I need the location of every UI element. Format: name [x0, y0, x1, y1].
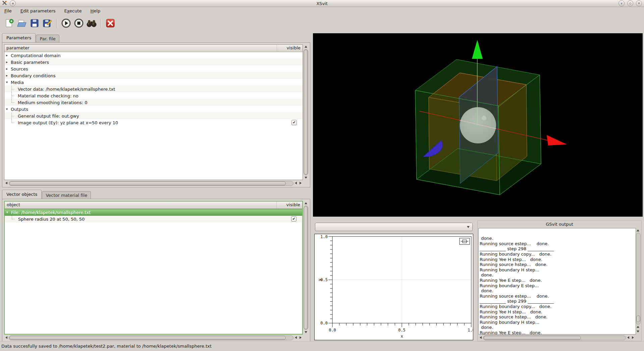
vertical-scrollbar[interactable]: [303, 201, 308, 335]
expander-icon[interactable]: ▸: [6, 52, 10, 59]
scrollbar-thumb[interactable]: [9, 336, 286, 340]
tab-vector-material-file[interactable]: Vector material file: [42, 191, 91, 199]
vertical-scrollbar[interactable]: [303, 44, 308, 180]
scrollbar-thumb[interactable]: [304, 206, 308, 329]
graph-zoom-button[interactable]: [460, 238, 470, 245]
tree-row-label: Sources: [11, 67, 28, 72]
tree-row[interactable]: Material mode checking: no: [4, 92, 303, 99]
tree-guide-line: [11, 99, 15, 106]
scrollbar-thumb[interactable]: [9, 181, 286, 185]
graph-canvas[interactable]: 1.0 0.5 0.0 0.0 0.5 1.0 y x: [314, 234, 473, 340]
arrow-up-icon: [637, 229, 639, 231]
tree-row-label: Medium smoothing iterations: 0: [18, 100, 88, 105]
tree-row[interactable]: ▾Outputs: [4, 106, 303, 113]
scroll-down-button[interactable]: [636, 329, 640, 334]
column-header-parameter[interactable]: parameter: [4, 45, 277, 52]
scroll-left-button-secondary[interactable]: [626, 335, 631, 340]
scroll-up-button[interactable]: [304, 201, 308, 206]
scroll-right-button[interactable]: [298, 335, 303, 340]
menu-file[interactable]: File: [1, 7, 15, 14]
window-title: XSvit: [0, 1, 644, 6]
tree-row[interactable]: ▸Basic parameters: [4, 59, 303, 65]
tab-vector-objects[interactable]: Vector objects: [2, 190, 42, 199]
minimize-button[interactable]: ∨: [619, 0, 625, 6]
tree-row[interactable]: ▾File: /home/klapetek/smallsphere.txt: [5, 209, 302, 216]
tree-guide-line: [12, 216, 15, 222]
scrollbar-thumb[interactable]: [636, 315, 640, 322]
new-file-button[interactable]: [3, 17, 15, 30]
column-header-object[interactable]: object: [5, 202, 276, 209]
scroll-left-button-secondary[interactable]: [293, 335, 298, 340]
quit-icon: [106, 19, 115, 28]
expander-icon[interactable]: ▸: [6, 72, 10, 79]
save-as-button[interactable]: [41, 17, 54, 30]
console-line: done.: [480, 288, 636, 294]
menu-help[interactable]: Help: [88, 7, 104, 14]
x-axis-title: x: [400, 334, 403, 339]
run-button[interactable]: [60, 17, 72, 30]
tree-row[interactable]: Vector data: /home/klapetek/smallsphere.…: [4, 86, 303, 92]
statusbar: Data succesfully saved to /home/klapetek…: [0, 341, 644, 351]
run-icon: [61, 18, 71, 28]
maximize-icon: ◇: [629, 2, 632, 5]
tree-row[interactable]: ▸Sources: [4, 65, 303, 72]
tab-parameters[interactable]: Parameters: [2, 33, 36, 42]
tree-row[interactable]: ▸Computational domain: [4, 52, 303, 59]
console-horizontal-scrollbar[interactable]: [478, 335, 635, 340]
tree-row[interactable]: Sphere radius 20 at 50, 50, 50✔: [5, 216, 302, 222]
save-file-button[interactable]: [28, 17, 41, 30]
gl-3d-view[interactable]: [313, 33, 643, 217]
console-line: Running source hstep... done.: [480, 314, 636, 320]
scroll-down-button[interactable]: [304, 330, 308, 335]
tree-row[interactable]: Image output (Ey): yz plane at x=50 ever…: [4, 119, 303, 126]
expander-icon[interactable]: ▸: [6, 59, 10, 65]
graph-border: [315, 234, 473, 340]
visible-checkbox[interactable]: ✔: [291, 216, 297, 222]
status-message: Data succesfully saved to /home/klapetek…: [1, 344, 212, 349]
scroll-right-button[interactable]: [631, 335, 635, 340]
gsvit-console[interactable]: done.Running source estep... done.______…: [478, 228, 636, 335]
preview-button[interactable]: [85, 17, 98, 30]
scrollbar-thumb[interactable]: [484, 336, 581, 340]
arrow-left-icon: [480, 336, 482, 339]
tree-row[interactable]: ▸Boundary conditions: [4, 72, 303, 79]
parameters-tab-bar: Parameters Par. file: [2, 34, 60, 42]
column-header-visible[interactable]: visible: [277, 45, 303, 52]
scroll-left-button[interactable]: [478, 335, 483, 340]
tree-row[interactable]: General output file: out.gwy: [4, 113, 303, 119]
expander-icon[interactable]: ▾: [6, 79, 10, 86]
window-menu-button[interactable]: [10, 0, 16, 6]
stop-button[interactable]: [72, 17, 85, 30]
menu-execute[interactable]: Execute: [61, 7, 85, 14]
console-line: Running boundary E step...: [480, 283, 636, 289]
vector-tab-bar: Vector objects Vector material file: [2, 190, 91, 199]
close-button[interactable]: ✕: [636, 0, 642, 6]
menu-edit-parameters[interactable]: Edit parameters: [17, 7, 59, 14]
tree-row[interactable]: ▾Media: [4, 79, 303, 86]
tree-guide-line: [11, 86, 15, 92]
tree-row-label: File: /home/klapetek/smallsphere.txt: [11, 210, 91, 215]
scroll-up-button[interactable]: [636, 228, 640, 233]
tree-row[interactable]: Medium smoothing iterations: 0: [4, 99, 303, 106]
open-file-button[interactable]: [15, 17, 28, 30]
scroll-up-button-secondary[interactable]: [636, 324, 640, 329]
expander-icon[interactable]: ▾: [6, 209, 11, 216]
tab-par-file[interactable]: Par. file: [36, 35, 59, 42]
scrollbar-thumb[interactable]: [304, 50, 308, 175]
quit-button[interactable]: [104, 17, 117, 30]
image-output-combobox[interactable]: [315, 223, 473, 231]
scroll-left-button[interactable]: [4, 181, 9, 185]
visible-checkbox[interactable]: ✔: [291, 120, 297, 125]
scroll-right-button[interactable]: [298, 181, 303, 185]
expander-icon[interactable]: ▸: [6, 65, 10, 72]
scroll-left-button-secondary[interactable]: [293, 181, 298, 185]
scroll-left-button[interactable]: [4, 335, 9, 340]
horizontal-scrollbar[interactable]: [4, 180, 303, 185]
column-header-visible[interactable]: visible: [276, 202, 302, 209]
scroll-up-button[interactable]: [304, 44, 308, 49]
horizontal-scrollbar[interactable]: [4, 335, 303, 340]
expander-icon[interactable]: ▾: [6, 106, 10, 113]
scroll-down-button[interactable]: [304, 175, 308, 180]
console-vertical-scrollbar[interactable]: [636, 228, 641, 334]
maximize-button[interactable]: ◇: [627, 0, 633, 6]
